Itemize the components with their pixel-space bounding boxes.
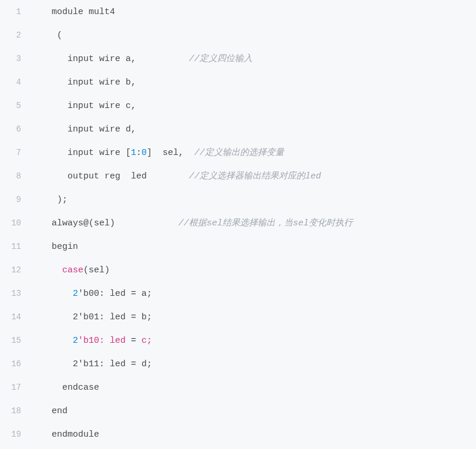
code-line: 7 input wire [1:0] sel, //定义输出的选择变量 <box>0 141 476 164</box>
line-content: input wire [1:0] sel, //定义输出的选择变量 <box>31 141 476 164</box>
code-line: 11 begin <box>0 235 476 258</box>
code-token: //根据sel结果选择输出，当sel变化时执行 <box>178 218 353 228</box>
line-content: endmodule <box>31 423 476 446</box>
line-content: always@(sel) //根据sel结果选择输出，当sel变化时执行 <box>31 211 476 235</box>
code-line: 17 endcase <box>0 376 476 399</box>
code-line: 8 output reg led //定义选择器输出结果对应的led <box>0 164 476 188</box>
line-number: 18 <box>0 399 31 423</box>
line-content: input wire a, //定义四位输入 <box>31 47 476 70</box>
line-number: 14 <box>0 305 31 329</box>
code-token: 2'b11: led = d; <box>31 359 152 369</box>
code-token: 0 <box>141 148 147 158</box>
code-token: begin <box>31 242 78 252</box>
code-token: //定义输出的选择变量 <box>194 148 284 158</box>
code-token: input wire c, <box>31 101 136 111</box>
line-content: 2'b10: led = c; <box>31 329 476 352</box>
code-token: input wire [ <box>31 148 131 158</box>
code-token: output reg led <box>31 171 189 181</box>
line-number: 2 <box>0 23 31 47</box>
line-content: input wire b, <box>31 70 476 94</box>
line-content: input wire c, <box>31 94 476 117</box>
line-number: 7 <box>0 141 31 164</box>
code-token: 2 <box>73 336 78 346</box>
code-line: 13 2'b00: led = a; <box>0 282 476 305</box>
code-token: //定义选择器输出结果对应的led <box>189 171 321 181</box>
line-number: 8 <box>0 164 31 188</box>
code-token: input wire a, <box>31 54 189 64</box>
line-number: 1 <box>0 0 31 23</box>
code-token: module mult4 <box>31 7 115 17</box>
line-number: 4 <box>0 70 31 94</box>
code-line: 2 ( <box>0 23 476 47</box>
code-token: 'b00: led = a; <box>78 289 152 299</box>
code-token: 'b10: led <box>78 336 131 346</box>
line-content: case(sel) <box>31 258 476 282</box>
code-token: ( <box>31 31 62 40</box>
line-content: 2'b00: led = a; <box>31 282 476 305</box>
line-content: ); <box>31 188 476 211</box>
code-token <box>31 336 73 346</box>
line-number: 11 <box>0 235 31 258</box>
line-content: begin <box>31 235 476 258</box>
code-token: (sel) <box>83 265 110 275</box>
code-line: 19 endmodule <box>0 423 476 446</box>
code-line: 4 input wire b, <box>0 70 476 94</box>
line-content: input wire d, <box>31 117 476 141</box>
code-line: 3 input wire a, //定义四位输入 <box>0 47 476 70</box>
code-token: 1 <box>131 148 136 158</box>
line-number: 13 <box>0 282 31 305</box>
code-line: 14 2'b01: led = b; <box>0 305 476 329</box>
code-token: = <box>131 336 136 346</box>
line-number: 19 <box>0 423 31 446</box>
code-line: 12 case(sel) <box>0 258 476 282</box>
code-line: 18 end <box>0 399 476 423</box>
code-token: ); <box>31 195 67 205</box>
code-token <box>31 265 62 275</box>
code-line: 1 module mult4 <box>0 0 476 23</box>
code-line: 9 ); <box>0 188 476 211</box>
line-number: 5 <box>0 94 31 117</box>
line-number: 9 <box>0 188 31 211</box>
code-token: ] sel, <box>147 148 194 158</box>
code-token: end <box>31 406 67 416</box>
line-number: 16 <box>0 352 31 376</box>
line-number: 3 <box>0 47 31 70</box>
code-line: 6 input wire d, <box>0 117 476 141</box>
line-content: 2'b11: led = d; <box>31 352 476 376</box>
code-line: 10 always@(sel) //根据sel结果选择输出，当sel变化时执行 <box>0 211 476 235</box>
code-token: always@(sel) <box>31 218 178 228</box>
code-token: 2 <box>73 289 78 299</box>
code-token: 2'b01: led = b; <box>31 312 152 322</box>
line-content: 2'b01: led = b; <box>31 305 476 329</box>
line-number: 10 <box>0 211 31 235</box>
code-token: : <box>136 148 141 158</box>
code-token: c; <box>136 336 152 346</box>
code-token <box>31 289 73 299</box>
code-token: case <box>62 265 83 275</box>
line-number: 17 <box>0 376 31 399</box>
code-token: endcase <box>31 383 99 393</box>
line-number: 15 <box>0 329 31 352</box>
line-content: endcase <box>31 376 476 399</box>
code-token: //定义四位输入 <box>189 54 252 64</box>
line-content: end <box>31 399 476 423</box>
line-number: 12 <box>0 258 31 282</box>
code-line: 5 input wire c, <box>0 94 476 117</box>
code-token: endmodule <box>31 430 99 440</box>
code-token: input wire d, <box>31 124 136 134</box>
code-block: 1 module mult42 (3 input wire a, //定义四位输… <box>0 0 476 446</box>
line-content: output reg led //定义选择器输出结果对应的led <box>31 164 476 188</box>
code-line: 15 2'b10: led = c; <box>0 329 476 352</box>
line-number: 6 <box>0 117 31 141</box>
code-line: 16 2'b11: led = d; <box>0 352 476 376</box>
line-content: module mult4 <box>31 0 476 23</box>
line-content: ( <box>31 23 476 47</box>
code-token: input wire b, <box>31 77 136 87</box>
